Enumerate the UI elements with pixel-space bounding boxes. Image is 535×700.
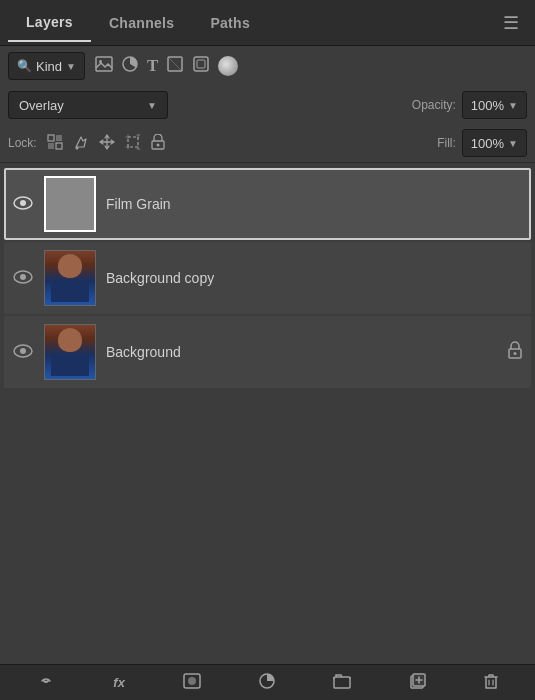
svg-point-15 [20, 200, 26, 206]
blend-row: Overlay ▼ Opacity: 100% ▼ [0, 86, 535, 124]
search-icon: 🔍 [17, 59, 32, 73]
blend-mode-label: Overlay [19, 98, 64, 113]
filter-row: 🔍 Kind ▼ T [0, 46, 535, 86]
lock-icons-group [47, 134, 165, 153]
add-mask-icon[interactable] [175, 669, 209, 697]
svg-point-19 [20, 348, 26, 354]
layer-name: Background copy [106, 270, 523, 286]
link-layers-icon[interactable] [29, 668, 63, 698]
fill-group: Fill: 100% ▼ [437, 129, 527, 157]
layer-visibility-icon[interactable] [12, 268, 34, 289]
lock-row: Lock: [0, 124, 535, 162]
layer-visibility-icon[interactable] [12, 194, 34, 215]
filter-smart-icon[interactable] [192, 55, 210, 77]
blend-chevron-icon: ▼ [147, 100, 157, 111]
opacity-value-text: 100% [471, 98, 504, 113]
svg-rect-5 [197, 60, 205, 68]
opacity-group: Opacity: 100% ▼ [412, 91, 527, 119]
layer-name: Film Grain [106, 196, 523, 212]
tab-paths[interactable]: Paths [192, 5, 268, 41]
lock-position-icon[interactable] [99, 134, 115, 153]
svg-rect-6 [48, 135, 54, 141]
svg-rect-4 [194, 57, 208, 71]
layers-panel: Layers Channels Paths ☰ 🔍 Kind ▼ [0, 0, 535, 700]
panel-menu-icon[interactable]: ☰ [495, 8, 527, 38]
layers-list: Film Grain Background copy [0, 163, 535, 664]
add-adjustment-icon[interactable] [251, 669, 283, 697]
layer-thumbnail [44, 250, 96, 306]
tab-channels[interactable]: Channels [91, 5, 192, 41]
filter-pixel-icon[interactable] [95, 56, 113, 76]
fill-input[interactable]: 100% ▼ [462, 129, 527, 157]
filter-icons-group: T [95, 55, 238, 77]
svg-point-13 [156, 143, 159, 146]
svg-rect-7 [56, 135, 62, 141]
tab-bar: Layers Channels Paths ☰ [0, 0, 535, 46]
bottom-toolbar: fx [0, 664, 535, 700]
lock-all-icon[interactable] [151, 134, 165, 153]
svg-rect-0 [96, 57, 112, 71]
fill-chevron-icon: ▼ [508, 138, 518, 149]
filter-shape-icon[interactable] [166, 55, 184, 77]
lock-artboard-icon[interactable] [125, 134, 141, 153]
layer-visibility-icon[interactable] [12, 342, 34, 363]
tab-layers[interactable]: Layers [8, 4, 91, 42]
lock-transparent-icon[interactable] [47, 134, 63, 153]
layer-thumbnail [44, 324, 96, 380]
filter-type-label: Kind [36, 59, 62, 74]
fill-label: Fill: [437, 136, 456, 150]
svg-rect-9 [56, 143, 62, 149]
svg-point-23 [188, 677, 196, 685]
delete-layer-icon[interactable] [476, 669, 506, 697]
filter-type-select[interactable]: 🔍 Kind ▼ [8, 52, 85, 80]
filter-chevron-icon: ▼ [66, 61, 76, 72]
layer-row[interactable]: Background [4, 316, 531, 388]
layer-thumbnail [44, 176, 96, 232]
layer-row[interactable]: Background copy [4, 242, 531, 314]
opacity-input[interactable]: 100% ▼ [462, 91, 527, 119]
layer-name: Background [106, 344, 497, 360]
new-layer-icon[interactable] [402, 669, 434, 697]
opacity-chevron-icon: ▼ [508, 100, 518, 111]
svg-point-21 [514, 352, 517, 355]
filter-adjustment-icon[interactable] [121, 55, 139, 77]
filter-toggle-icon[interactable] [218, 56, 238, 76]
svg-rect-11 [128, 137, 138, 147]
lock-image-icon[interactable] [73, 134, 89, 153]
group-layers-icon[interactable] [325, 669, 359, 697]
svg-rect-8 [48, 143, 54, 149]
blend-mode-select[interactable]: Overlay ▼ [8, 91, 168, 119]
filter-type-icon[interactable]: T [147, 56, 158, 76]
opacity-label: Opacity: [412, 98, 456, 112]
add-fx-icon[interactable]: fx [105, 671, 133, 694]
svg-point-17 [20, 274, 26, 280]
layer-row[interactable]: Film Grain [4, 168, 531, 240]
svg-point-10 [75, 146, 78, 149]
layer-locked-icon [507, 341, 523, 364]
svg-rect-25 [334, 677, 350, 688]
lock-label: Lock: [8, 136, 37, 150]
fill-value-text: 100% [471, 136, 504, 151]
